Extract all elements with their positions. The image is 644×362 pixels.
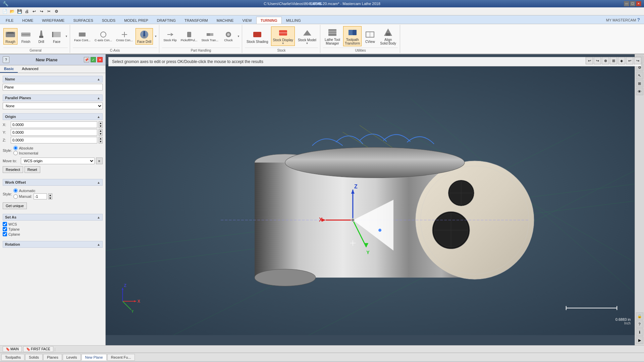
reset-button[interactable]: Reset	[24, 166, 40, 173]
vp-btn-3[interactable]: ⊕	[602, 57, 609, 64]
vp-btn-4[interactable]: ⊞	[610, 57, 617, 64]
tab-new-plane[interactable]: New Plane	[82, 354, 107, 360]
general-dropdown[interactable]: ▼	[65, 35, 68, 38]
rp-cursor[interactable]: ↖	[636, 72, 643, 79]
rp-arrow-right[interactable]: ▶	[636, 337, 643, 344]
ribbon-btn-stock-trans[interactable]: Stock Tran...	[200, 30, 220, 43]
vp-btn-6[interactable]: ↩	[626, 57, 633, 64]
rp-help[interactable]: ?	[636, 320, 643, 328]
nav-tab-main[interactable]: 🔖 MAIN	[3, 346, 22, 352]
manual-up[interactable]: ▲	[49, 194, 52, 197]
reselect-button[interactable]: Reselect	[3, 166, 23, 173]
ribbon-btn-align-solid[interactable]: AlignSolid Body	[378, 26, 398, 46]
panel-ok-button[interactable]: ✓	[91, 57, 96, 62]
ribbon-btn-face-drill[interactable]: Face Drill	[136, 28, 153, 45]
x-spinner[interactable]: ▲ ▼	[99, 121, 103, 128]
qa-new[interactable]: 📄	[1, 8, 8, 15]
ribbon-btn-rough[interactable]: Rough	[3, 28, 17, 45]
tab-milling[interactable]: MILLING	[282, 17, 305, 24]
incremental-radio[interactable]	[13, 151, 18, 155]
ribbon-btn-face-cont[interactable]: Face Cont...	[73, 30, 92, 43]
ribbon-btn-cross-cont[interactable]: Cross Con...	[115, 30, 134, 43]
nav-tab-first-face[interactable]: 🔖 FIRST FACE	[23, 346, 53, 352]
qa-print[interactable]: 🖨	[23, 8, 30, 15]
origin-x-input[interactable]	[11, 121, 97, 128]
parallel-planes-select[interactable]: None	[3, 103, 103, 109]
vp-btn-5[interactable]: ◈	[618, 57, 625, 64]
maximize-button[interactable]: ☐	[630, 1, 635, 6]
vp-btn-7[interactable]: ↪	[634, 57, 641, 64]
tab-home[interactable]: HOME	[18, 17, 38, 24]
qa-settings[interactable]: ⚙	[53, 8, 60, 15]
ribbon-btn-finish[interactable]: Finish	[19, 28, 33, 45]
panel-pin-button[interactable]: 📌	[84, 57, 89, 62]
z-spinner[interactable]: ▲ ▼	[99, 137, 103, 143]
model-viewport[interactable]: X Y Z X	[106, 54, 644, 345]
plane-name-input[interactable]	[3, 84, 103, 90]
automatic-radio[interactable]	[13, 188, 18, 193]
origin-z-input[interactable]	[11, 137, 97, 143]
origin-section-header[interactable]: Origin ▲	[3, 113, 103, 120]
parallel-planes-header[interactable]: Parallel Planes ▲	[3, 95, 103, 101]
qa-undo[interactable]: ↩	[31, 8, 38, 15]
x-up[interactable]: ▲	[99, 122, 102, 125]
rotation-header[interactable]: Rotation ▲	[3, 241, 103, 248]
rp-info[interactable]: ℹ	[636, 328, 643, 336]
z-down[interactable]: ▼	[99, 140, 102, 143]
manual-value-input[interactable]	[34, 193, 47, 199]
x-down[interactable]: ▼	[99, 125, 102, 128]
set-as-header[interactable]: Set As ▲	[3, 214, 103, 221]
cplane-checkbox[interactable]	[3, 232, 7, 236]
ribbon-btn-pickoff[interactable]: Pickoff/Pul...	[179, 30, 199, 43]
tab-solids[interactable]: Solids	[25, 354, 43, 361]
my-mastercam[interactable]: MY MASTERCAM ?	[603, 16, 643, 24]
get-unique-button[interactable]: Get unique	[3, 202, 27, 209]
qa-redo[interactable]: ↪	[38, 8, 45, 15]
name-section-header[interactable]: Name ▲	[3, 76, 103, 82]
ribbon-btn-stock-shading[interactable]: Stock Shading	[245, 28, 270, 45]
tab-planes[interactable]: Planes	[43, 354, 62, 361]
rp-lock[interactable]: 🔒	[636, 312, 643, 320]
manual-radio[interactable]	[13, 194, 18, 199]
tab-levels[interactable]: Levels	[63, 354, 81, 361]
tab-wireframe[interactable]: WIREFRAME	[38, 17, 69, 24]
panel-tab-advanced[interactable]: Advanced	[18, 65, 42, 73]
rp-view[interactable]: 👁	[636, 88, 643, 95]
caxis-dropdown[interactable]: ▼	[154, 35, 157, 38]
stock-model-arrow[interactable]: ▼	[306, 42, 309, 45]
tab-surfaces[interactable]: SURFACES	[69, 17, 97, 24]
ribbon-btn-stock-flip[interactable]: Stock Flip	[162, 30, 178, 43]
tab-drafting[interactable]: DRAFTING	[153, 17, 180, 24]
tab-transform[interactable]: TRANSFORM	[180, 17, 212, 24]
origin-y-input[interactable]	[11, 129, 97, 136]
panel-cancel-button[interactable]: ✕	[97, 57, 103, 62]
tab-recent[interactable]: Recent Fu...	[107, 354, 135, 361]
ribbon-btn-drill[interactable]: Drill	[34, 28, 48, 45]
ribbon-btn-face[interactable]: Face	[50, 28, 64, 45]
tab-machine[interactable]: MACHINE	[212, 17, 238, 24]
absolute-radio[interactable]	[13, 146, 18, 150]
tab-model-prep[interactable]: MODEL PREP	[120, 17, 153, 24]
part-handling-dropdown[interactable]: ▼	[237, 35, 240, 38]
manual-down[interactable]: ▼	[49, 197, 52, 200]
ribbon-btn-toolpath-transform[interactable]: ToolpathTransform	[343, 26, 362, 46]
close-button[interactable]: ✕	[636, 1, 641, 6]
panel-tab-basic[interactable]: Basic	[0, 65, 18, 73]
vp-btn-1[interactable]: ↩	[586, 57, 593, 64]
ribbon-btn-stock-display[interactable]: Stock Display ▼	[271, 26, 295, 46]
z-up[interactable]: ▲	[99, 137, 102, 140]
move-to-select[interactable]: WCS origin	[21, 158, 95, 164]
ribbon-btn-caxis-cont[interactable]: C-axis Con...	[93, 30, 113, 43]
qa-cut[interactable]: ✂	[46, 8, 52, 15]
tplane-checkbox[interactable]	[3, 227, 7, 231]
help-button[interactable]: ?	[3, 56, 9, 63]
ribbon-btn-stock-model[interactable]: Stock Model ▼	[296, 26, 318, 46]
y-up[interactable]: ▲	[99, 129, 102, 132]
y-down[interactable]: ▼	[99, 132, 102, 135]
ribbon-btn-cview[interactable]: CView	[363, 28, 377, 45]
tab-toolpaths[interactable]: Toolpaths	[1, 354, 24, 361]
stock-display-arrow[interactable]: ▼	[282, 42, 284, 45]
minimize-button[interactable]: —	[624, 1, 629, 6]
ribbon-btn-lathe-tool-mgr[interactable]: Lathe ToolManager	[323, 26, 342, 46]
qa-save[interactable]: 💾	[16, 8, 23, 15]
